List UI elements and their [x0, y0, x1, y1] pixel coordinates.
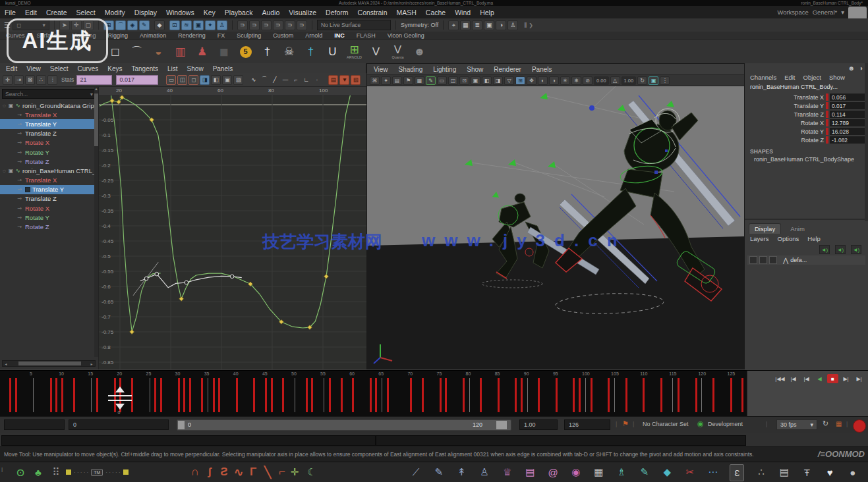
frame-tick[interactable] [672, 378, 673, 412]
layer-visibility-toggle[interactable] [749, 256, 757, 264]
keyframe-tick[interactable] [695, 378, 697, 412]
retime-icon[interactable]: ⫶ [47, 75, 57, 85]
textured-icon[interactable]: ◐ [538, 76, 548, 85]
keyframe-tick[interactable] [236, 378, 238, 412]
cb-menu-edit[interactable]: Edit [784, 74, 795, 81]
vp-menu-show[interactable]: Show [461, 66, 488, 73]
keyframe-tick[interactable] [61, 378, 63, 412]
step-back-key-button[interactable]: |◀ [788, 374, 799, 383]
menu-visualize[interactable]: Visualize [284, 9, 321, 16]
v-icon[interactable]: V [366, 42, 386, 61]
keyframe-tick[interactable] [282, 378, 284, 412]
menu-modify[interactable]: Modify [100, 9, 130, 16]
outliner-hscrollbar[interactable]: ◂ ▸ [2, 360, 96, 367]
coin-5-icon[interactable]: 5 [236, 42, 255, 61]
frame-tick[interactable] [324, 378, 324, 412]
linear-down-icon[interactable]: ╲ [262, 464, 274, 480]
rig-icon[interactable]: ♙ [217, 20, 227, 30]
clapper-icon[interactable]: ▣ [193, 20, 204, 30]
ease-in-icon[interactable]: ∩ [189, 464, 201, 480]
keyframe-tick[interactable] [463, 378, 465, 412]
film-gate-icon[interactable]: ◫ [448, 76, 458, 85]
menu-help[interactable]: Help [475, 9, 499, 16]
gate-mask-icon[interactable]: ▣ [471, 76, 480, 85]
blue-cross-icon[interactable]: † [301, 42, 320, 61]
pause-icon[interactable]: ‖ [524, 22, 527, 29]
walk-person-icon[interactable]: ☻ [410, 42, 429, 61]
render-flag-icon[interactable]: ≋ [181, 20, 192, 30]
channel-row-ry[interactable]: ⊸Rotate Y [0, 213, 94, 222]
keyframe-tick[interactable] [183, 378, 185, 412]
move-nearest-icon[interactable]: ✛ [3, 75, 13, 85]
menu-create[interactable]: Create [42, 9, 72, 16]
bookmark-icon[interactable]: ⚑ [403, 76, 413, 85]
menu-wind[interactable]: Wind [450, 9, 475, 16]
go-to-end-button[interactable]: ▶| [854, 374, 865, 383]
attr-row-rotate-z[interactable]: Rotate Z-1.082 [745, 136, 868, 144]
anim-start-field[interactable] [4, 419, 65, 430]
buffer-curve[interactable] [140, 274, 242, 288]
step-forward-frame-button[interactable]: ▶| [840, 374, 852, 383]
keyframe-tick[interactable] [712, 378, 714, 412]
channel-row-tx[interactable]: ⊸Translate X [0, 176, 94, 185]
history-icon[interactable]: ◆ [154, 20, 165, 30]
playback-end-field[interactable]: 1.00 [519, 419, 558, 430]
go-to-start-button[interactable]: |◀◀ [774, 374, 786, 383]
paint-effects-icon[interactable]: ♙ [507, 20, 518, 30]
character-set-field[interactable]: No Character Set [643, 421, 689, 427]
isolate-icon[interactable]: ▣ [649, 76, 658, 85]
ge-menu-select[interactable]: Select [45, 65, 73, 72]
step-tangent-icon[interactable]: ⌐ [291, 75, 301, 85]
vp-menu-shading[interactable]: Shading [393, 66, 428, 73]
magnet-live-icon[interactable]: ⊃ [297, 20, 307, 30]
loop-icon[interactable]: ↻ [823, 419, 828, 428]
layer-menu-help[interactable]: Help [807, 235, 821, 242]
ge-menu-view[interactable]: View [22, 65, 45, 72]
keyframe[interactable] [144, 277, 148, 281]
menu-constrain[interactable]: Constrain [353, 9, 392, 16]
scrub-down-arrow[interactable] [115, 404, 125, 410]
clapper-gray-icon[interactable]: ▦ [593, 464, 604, 480]
lock-camera-icon[interactable]: ✦ [381, 76, 391, 85]
scroll-thumb[interactable] [18, 362, 81, 365]
hold-icon[interactable]: Γ [247, 464, 259, 480]
scroll-right-icon[interactable]: ▸ [88, 362, 95, 366]
display-layers-icon[interactable]: ≣ [472, 20, 482, 30]
field-chart-icon[interactable]: ◧ [482, 76, 492, 85]
layer-menu-layers[interactable]: Layers [750, 235, 769, 242]
tree-group[interactable]: ◌▣∿ronin_GroundKatana Grip_IKfk [0, 101, 94, 110]
select-camera-icon[interactable]: ⌘ [370, 76, 380, 85]
pose-a-icon[interactable]: ⟋ [410, 464, 422, 480]
keyframe-tick[interactable] [660, 378, 662, 412]
selected-node-name[interactable]: ronin_BaseHuman CTRL_Body... [750, 84, 865, 90]
u-shape-icon[interactable]: U [323, 42, 342, 61]
list-icon[interactable]: ▤ [778, 464, 790, 480]
keyframe-tick[interactable] [160, 378, 162, 412]
stat-time-field[interactable]: 21 [76, 75, 112, 85]
attr-row-rotate-y[interactable]: Rotate Y16.028 [745, 127, 868, 136]
lock-icon[interactable]: ✦ [205, 20, 216, 30]
ge-search-field[interactable]: Search... ▾ [2, 89, 96, 99]
menu-mash[interactable]: MASH [392, 9, 421, 16]
red-chart-icon[interactable]: ▥ [171, 42, 190, 61]
center-current-icon[interactable]: ◻ [188, 75, 198, 85]
keyframe-tick[interactable] [573, 378, 575, 412]
refresh-icon[interactable]: ↻ [637, 76, 647, 85]
shelf-tab-arnold[interactable]: Arnold [299, 32, 328, 39]
snap-plane-icon[interactable]: ✎ [139, 20, 150, 30]
keyframe-tick[interactable] [213, 378, 215, 412]
outliner-vscrollbar[interactable]: ▲ [94, 87, 98, 357]
region-icon[interactable]: ∴ [36, 75, 46, 85]
shelf-tab-custom[interactable]: Custom [267, 32, 299, 39]
quanta-icon[interactable]: VQuanta [388, 42, 407, 61]
layer-menu-options[interactable]: Options [778, 235, 799, 242]
ge-menu-list[interactable]: List [163, 65, 183, 72]
curve-tool-icon[interactable]: ⌒ [127, 42, 146, 61]
stop-button[interactable]: ■ [827, 374, 838, 383]
magnet-grid-icon[interactable]: ⊃ [237, 20, 248, 30]
keyframe-tick[interactable] [341, 378, 343, 412]
red-character-icon[interactable]: ♟ [192, 42, 212, 61]
moon-icon[interactable]: ☾ [306, 464, 318, 480]
shape-node-name[interactable]: ronin_BaseHuman CTRL_BodyShape [754, 156, 865, 163]
keyframe-tick[interactable] [375, 378, 377, 412]
